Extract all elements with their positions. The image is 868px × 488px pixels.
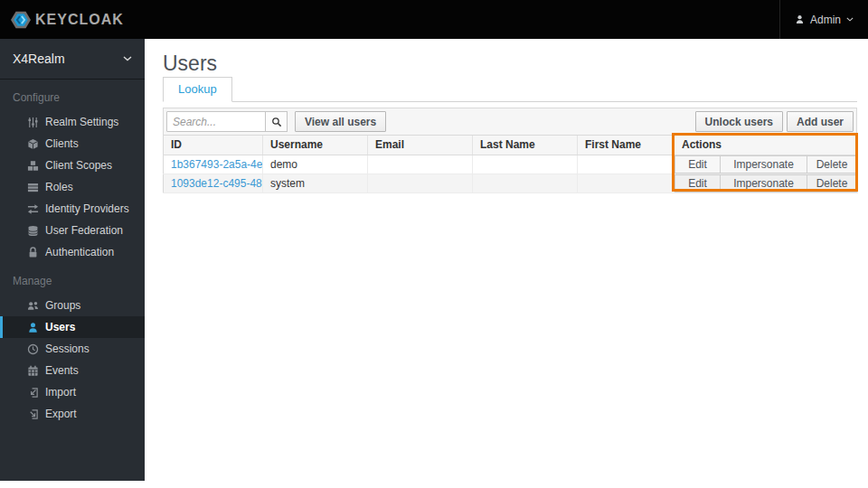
user-id-link[interactable]: 1b367493-2a5a-4edc-...	[171, 158, 263, 171]
sidebar-item-sessions[interactable]: Sessions	[0, 338, 145, 360]
realm-selector[interactable]: X4Realm	[0, 39, 145, 80]
chevron-down-icon	[123, 56, 132, 61]
table-header-row: ID Username Email Last Name First Name A…	[164, 136, 858, 155]
delete-button[interactable]: Delete	[807, 155, 857, 174]
search-input[interactable]	[166, 111, 266, 132]
tab-lookup[interactable]: Lookup	[163, 77, 232, 102]
realm-name: X4Realm	[13, 52, 65, 66]
keycloak-shield-icon	[11, 10, 31, 30]
sidebar-item-import[interactable]: Import	[0, 381, 145, 403]
impersonate-button[interactable]: Impersonate	[720, 155, 807, 174]
column-header-email: Email	[368, 136, 473, 155]
sidebar-item-events[interactable]: Events	[0, 360, 145, 381]
exchange-icon	[26, 202, 39, 215]
users-table: ID Username Email Last Name First Name A…	[163, 136, 858, 193]
sidebar-item-label: Import	[45, 386, 76, 399]
row-actions: Edit Impersonate Delete	[675, 155, 857, 174]
email-cell	[368, 174, 473, 192]
database-icon	[26, 224, 39, 237]
actions-cell: Edit Impersonate Delete	[675, 174, 858, 192]
sliders-icon	[26, 116, 39, 128]
manage-section: Manage Groups Users	[0, 275, 145, 425]
row-actions: Edit Impersonate Delete	[675, 174, 857, 192]
last-name-cell	[473, 155, 578, 174]
sidebar-item-identity-providers[interactable]: Identity Providers	[0, 198, 145, 220]
table-row: 1093de12-c495-48d8-... system Edit Imper…	[164, 174, 858, 192]
sidebar-item-label: User Federation	[45, 224, 123, 237]
sidebar-item-users[interactable]: Users	[0, 316, 145, 338]
configure-section: Configure Realm Settings Clients	[0, 91, 145, 263]
keycloak-logo[interactable]: KEYCLOAK	[0, 10, 124, 30]
sidebar-item-export[interactable]: Export	[0, 403, 145, 425]
list-icon	[26, 181, 39, 193]
cubes-icon	[26, 159, 39, 172]
column-header-last-name: Last Name	[473, 136, 578, 155]
first-name-cell	[578, 174, 675, 192]
sidebar-item-label: Groups	[45, 299, 80, 312]
column-header-first-name: First Name	[578, 136, 675, 155]
table-row: 1b367493-2a5a-4edc-... demo Edit Imperso…	[164, 155, 858, 174]
sidebar-item-realm-settings[interactable]: Realm Settings	[0, 111, 145, 133]
sidebar-item-label: Users	[45, 321, 75, 333]
column-header-username: Username	[263, 136, 368, 155]
user-icon	[26, 321, 39, 333]
sidebar-item-roles[interactable]: Roles	[0, 176, 145, 198]
users-toolbar: View all users Unlock users Add user	[163, 108, 857, 136]
sidebar-item-label: Authentication	[45, 246, 114, 258]
admin-menu[interactable]: Admin	[779, 0, 868, 39]
user-id-link[interactable]: 1093de12-c495-48d8-...	[171, 177, 263, 190]
sidebar-item-user-federation[interactable]: User Federation	[0, 220, 145, 241]
brand-text: KEYCLOAK	[35, 12, 124, 28]
user-icon	[795, 14, 805, 24]
email-cell	[368, 155, 473, 174]
add-user-button[interactable]: Add user	[787, 111, 854, 132]
calendar-icon	[26, 364, 39, 377]
username-cell: demo	[263, 155, 368, 174]
export-icon	[26, 408, 39, 420]
view-all-users-button[interactable]: View all users	[295, 111, 386, 132]
clock-icon	[26, 343, 39, 355]
admin-menu-label: Admin	[810, 14, 841, 26]
search-button[interactable]	[265, 111, 288, 132]
sidebar-item-groups[interactable]: Groups	[0, 295, 145, 316]
username-cell: system	[263, 174, 368, 192]
actions-cell: Edit Impersonate Delete	[675, 155, 858, 174]
section-label-configure: Configure	[0, 91, 145, 104]
import-icon	[26, 386, 39, 399]
users-icon	[26, 299, 39, 312]
sidebar-item-clients[interactable]: Clients	[0, 133, 145, 155]
impersonate-button[interactable]: Impersonate	[720, 174, 807, 192]
sidebar-item-authentication[interactable]: Authentication	[0, 241, 145, 263]
sidebar-item-label: Events	[45, 364, 79, 377]
first-name-cell	[578, 155, 675, 174]
lock-icon	[26, 246, 39, 258]
sidebar-item-label: Sessions	[45, 343, 90, 355]
search-icon	[271, 117, 282, 127]
sidebar: X4Realm Configure Realm Settings Cl	[0, 39, 145, 481]
page-title: Users	[163, 52, 850, 76]
sidebar-item-label: Realm Settings	[45, 116, 118, 128]
section-label-manage: Manage	[0, 275, 145, 287]
column-header-actions: Actions	[675, 136, 858, 155]
unlock-users-button[interactable]: Unlock users	[695, 111, 783, 132]
sidebar-item-client-scopes[interactable]: Client Scopes	[0, 155, 145, 176]
sidebar-item-label: Client Scopes	[45, 159, 112, 172]
sidebar-item-label: Roles	[45, 181, 73, 193]
cube-icon	[26, 137, 39, 150]
edit-button[interactable]: Edit	[675, 155, 721, 174]
last-name-cell	[473, 174, 578, 192]
chevron-down-icon	[846, 17, 854, 22]
edit-button[interactable]: Edit	[675, 174, 721, 192]
column-header-id: ID	[164, 136, 263, 155]
sidebar-item-label: Identity Providers	[45, 202, 129, 215]
tabbar: Lookup	[163, 77, 857, 102]
sidebar-item-label: Clients	[45, 137, 79, 150]
topbar: KEYCLOAK Admin	[0, 0, 868, 39]
sidebar-item-label: Export	[45, 408, 77, 420]
main-content: Users Lookup View all users Unlock users…	[145, 39, 868, 488]
delete-button[interactable]: Delete	[807, 174, 857, 192]
